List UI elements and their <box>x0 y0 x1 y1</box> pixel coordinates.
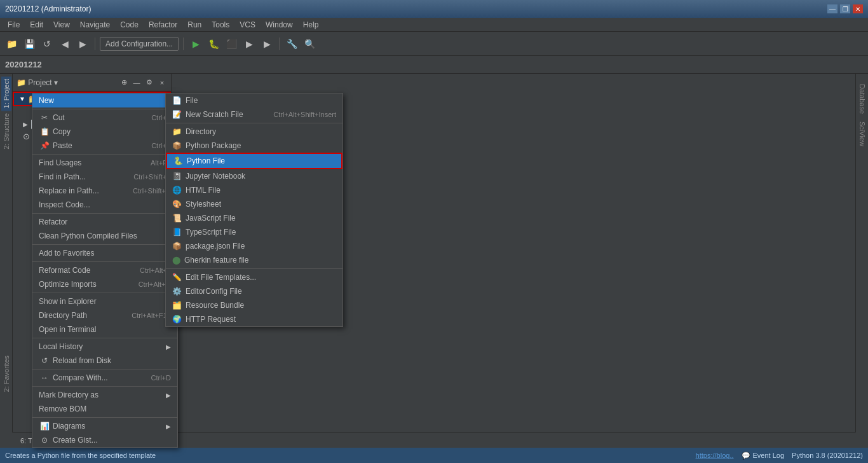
panel-settings-icon[interactable]: ⚙ <box>144 78 154 88</box>
ctx-reload-disk-left: ↺Reload from Disk <box>39 356 111 365</box>
toolbar-stop-icon[interactable]: ⬛ <box>224 36 239 52</box>
sub-jupyter[interactable]: 📓 Jupyter Notebook <box>166 169 342 183</box>
sub-python-package[interactable]: 📦 Python Package <box>166 139 342 153</box>
sub-gherkin[interactable]: ⬤ Gherkin feature file <box>166 253 342 267</box>
sub-editorconfig-label: EditorConfig File <box>186 287 242 296</box>
menu-code[interactable]: Code <box>115 19 144 31</box>
sub-python-file[interactable]: 🐍 Python File <box>166 153 342 169</box>
sub-file[interactable]: 📄 File <box>166 93 342 107</box>
toolbar-settings-icon[interactable]: 🔧 <box>284 36 299 52</box>
toolbar-forward-icon[interactable]: ▶ <box>75 36 90 52</box>
sub-editorconfig[interactable]: ⚙️ EditorConfig File <box>166 284 342 298</box>
sidebar-item-favorites[interactable]: 2: Favorites <box>1 353 11 394</box>
ctx-clean-python-label: Clean Python Compiled Files <box>39 232 137 240</box>
ctx-dir-path[interactable]: Directory Path Ctrl+Alt+F12 <box>32 308 177 322</box>
menu-help[interactable]: Help <box>298 19 324 31</box>
sub-edit-tmpl-icon: ✏️ <box>172 273 182 282</box>
restore-button[interactable]: ❐ <box>840 4 850 13</box>
ctx-diagrams[interactable]: 📊Diagrams ▶ <box>32 419 177 433</box>
toolbar-folder-icon[interactable]: 📁 <box>4 36 19 52</box>
menu-file[interactable]: File <box>3 19 25 31</box>
status-python-version[interactable]: Python 3.8 (20201212) <box>792 452 863 459</box>
ctx-find-path[interactable]: Find in Path... Ctrl+Shift+F <box>32 170 177 184</box>
right-strip-sciview[interactable]: SciView <box>857 118 867 150</box>
ctx-local-history-label: Local History <box>39 342 83 351</box>
panel-collapse-icon[interactable]: — <box>132 78 142 88</box>
minimize-button[interactable]: — <box>827 4 837 13</box>
sub-typescript[interactable]: 📘 TypeScript File <box>166 225 342 239</box>
toolbar-run-icon[interactable]: ▶ <box>188 36 203 52</box>
ctx-clean-python[interactable]: Clean Python Compiled Files <box>32 229 177 243</box>
ctx-replace-path[interactable]: Replace in Path... Ctrl+Shift+R <box>32 184 177 198</box>
icon-scratches: ⊙ <box>23 132 30 141</box>
ctx-reformat[interactable]: Reformat Code Ctrl+Alt+L <box>32 263 177 277</box>
ctx-cut[interactable]: ✂Cut Ctrl+X <box>32 111 177 125</box>
ctx-compare-with[interactable]: ↔Compare With... Ctrl+D <box>32 371 177 385</box>
sub-scratch-shortcut: Ctrl+Alt+Shift+Insert <box>273 111 336 118</box>
menu-vcs[interactable]: VCS <box>234 19 261 31</box>
toolbar-back-icon[interactable]: ◀ <box>57 36 72 52</box>
toolbar-run-with-coverage-icon[interactable]: ▶ <box>241 36 257 52</box>
toolbar-debug-icon[interactable]: 🐛 <box>206 36 221 52</box>
toolbar-reload-icon[interactable]: ↺ <box>39 36 55 52</box>
menu-run[interactable]: Run <box>182 19 207 31</box>
ctx-compare-shortcut: Ctrl+D <box>151 374 171 382</box>
sub-sep-2 <box>166 268 342 269</box>
sub-javascript[interactable]: 📜 JavaScript File <box>166 211 342 225</box>
menu-view[interactable]: View <box>48 19 75 31</box>
sub-resource-bundle[interactable]: 🗂️ Resource Bundle <box>166 298 342 312</box>
ctx-add-favorites[interactable]: Add to Favorites ▶ <box>32 246 177 260</box>
right-strip-database[interactable]: Database <box>857 80 867 118</box>
panel-sync-icon[interactable]: ⊕ <box>119 78 129 88</box>
ctx-find-usages[interactable]: Find Usages Alt+F7 <box>32 156 177 170</box>
sub-html[interactable]: 🌐 HTML File <box>166 183 342 197</box>
menu-window[interactable]: Window <box>261 19 298 31</box>
sub-scratch[interactable]: 📝 New Scratch File Ctrl+Alt+Shift+Insert <box>166 107 342 121</box>
sub-gherkin-icon: ⬤ <box>172 256 180 265</box>
sub-packagejson[interactable]: 📦 package.json File <box>166 239 342 253</box>
ctx-copy[interactable]: 📋Copy ▶ <box>32 125 177 139</box>
ctx-reload-disk[interactable]: ↺Reload from Disk <box>32 354 177 368</box>
sub-edit-templates[interactable]: ✏️ Edit File Templates... <box>166 270 342 284</box>
close-button[interactable]: ✕ <box>853 4 863 13</box>
add-configuration-button[interactable]: Add Configuration... <box>100 37 179 51</box>
ctx-mark-dir-label: Mark Directory as <box>39 390 98 399</box>
sub-http-request[interactable]: 🌍 HTTP Request <box>166 312 342 326</box>
menu-refactor[interactable]: Refactor <box>144 19 182 31</box>
toolbar-profile-icon[interactable]: ▶ <box>259 36 275 52</box>
sub-stylesheet[interactable]: 🎨 Stylesheet <box>166 197 342 211</box>
ctx-paste[interactable]: 📌Paste Ctrl+V <box>32 139 177 153</box>
panel-minimize-icon[interactable]: × <box>157 78 167 88</box>
sub-dir-label: Directory <box>186 127 216 136</box>
toolbar-separator-2 <box>183 38 184 50</box>
submenu-new: 📄 File 📝 New Scratch File Ctrl+Alt+Shift… <box>165 93 343 327</box>
toolbar-search-icon[interactable]: 🔍 <box>302 36 317 52</box>
ctx-new[interactable]: New ▶ <box>32 93 177 107</box>
ctx-mark-dir[interactable]: Mark Directory as ▶ <box>32 388 177 402</box>
status-right: https://blog.. 💬 Event Log Python 3.8 (2… <box>696 452 863 460</box>
ctx-remove-bom[interactable]: Remove BOM <box>32 402 177 416</box>
menu-tools[interactable]: Tools <box>207 19 234 31</box>
ctx-cut-icon: ✂ <box>39 113 50 122</box>
status-event-log[interactable]: 💬 Event Log <box>742 452 785 460</box>
ctx-open-terminal[interactable]: Open in Terminal <box>32 322 177 336</box>
ctx-show-explorer[interactable]: Show in Explorer <box>32 294 177 308</box>
sub-resource-label: Resource Bundle <box>186 301 244 310</box>
ctx-remove-bom-label: Remove BOM <box>39 404 86 413</box>
menu-navigate[interactable]: Navigate <box>75 19 115 31</box>
sidebar-item-project[interactable]: 1: Project <box>1 76 11 111</box>
sub-html-left: 🌐 HTML File <box>172 186 220 195</box>
sub-directory[interactable]: 📁 Directory <box>166 125 342 139</box>
menu-edit[interactable]: Edit <box>25 19 48 31</box>
ctx-create-gist[interactable]: ⊙Create Gist... <box>32 433 177 447</box>
ctx-refactor-label: Refactor <box>39 218 67 226</box>
sub-jupyter-left: 📓 Jupyter Notebook <box>172 172 245 181</box>
ctx-local-history[interactable]: Local History ▶ <box>32 340 177 354</box>
toolbar-save-icon[interactable]: 💾 <box>22 36 37 52</box>
status-link[interactable]: https://blog.. <box>696 452 734 459</box>
ctx-optimize-imports[interactable]: Optimize Imports Ctrl+Alt+O <box>32 277 177 291</box>
sidebar-item-structure[interactable]: 2: Structure <box>1 111 11 152</box>
ctx-refactor[interactable]: Refactor ▶ <box>32 215 177 229</box>
ctx-inspect[interactable]: Inspect Code... <box>32 198 177 212</box>
ctx-diagrams-icon: 📊 <box>39 422 50 431</box>
